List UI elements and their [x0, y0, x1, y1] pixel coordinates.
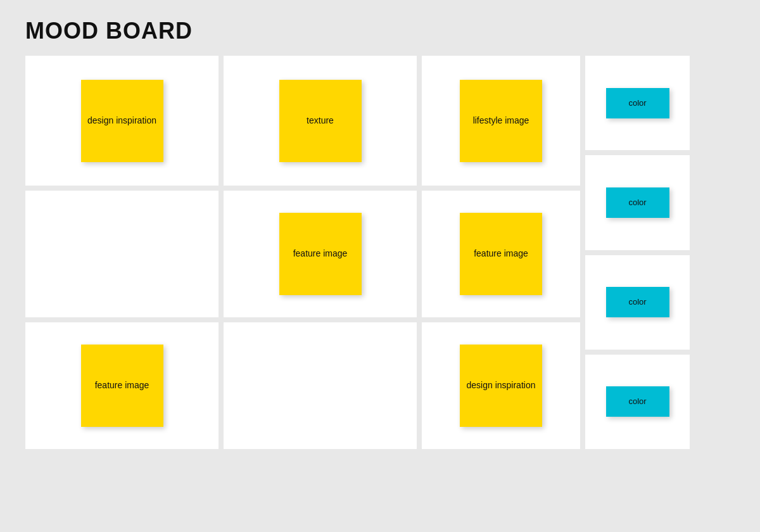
sticky-design-inspiration-2[interactable]: design inspiration	[460, 345, 542, 427]
cell-r2c3: feature image	[422, 191, 580, 317]
color-cell-4: color	[585, 355, 690, 449]
page-title: MOOD BOARD	[0, 0, 760, 56]
cell-r1c3: lifestyle image	[422, 56, 580, 186]
color-swatch-1[interactable]: color	[606, 88, 669, 118]
cell-r1c2: texture	[224, 56, 417, 186]
board-container: design inspiration texture lifestyle ima…	[25, 56, 735, 449]
cell-r3c3: design inspiration	[422, 322, 580, 449]
cell-r3c2	[224, 322, 417, 449]
color-swatch-3[interactable]: color	[606, 287, 669, 317]
color-cell-3: color	[585, 255, 690, 350]
sticky-design-inspiration-1[interactable]: design inspiration	[81, 80, 163, 162]
sticky-feature-image-2[interactable]: feature image	[81, 345, 163, 427]
sticky-lifestyle-image-1[interactable]: lifestyle image	[460, 80, 542, 162]
sticky-feature-image-1[interactable]: feature image	[460, 213, 542, 295]
color-cell-1: color	[585, 56, 690, 150]
color-cell-2: color	[585, 155, 690, 250]
mood-board-grid: design inspiration texture lifestyle ima…	[25, 56, 735, 449]
cell-r1c1: design inspiration	[25, 56, 218, 186]
cell-r2c1	[25, 191, 218, 317]
right-col-wrapper: color color color color	[585, 56, 690, 449]
sticky-texture-1[interactable]: texture	[279, 80, 362, 162]
color-swatch-4[interactable]: color	[606, 386, 669, 417]
sticky-lifestyle-image-2[interactable]: feature image	[279, 213, 362, 295]
color-swatch-2[interactable]: color	[606, 187, 669, 218]
cell-r2c2: feature image	[224, 191, 417, 317]
cell-r3c1: feature image	[25, 322, 218, 449]
